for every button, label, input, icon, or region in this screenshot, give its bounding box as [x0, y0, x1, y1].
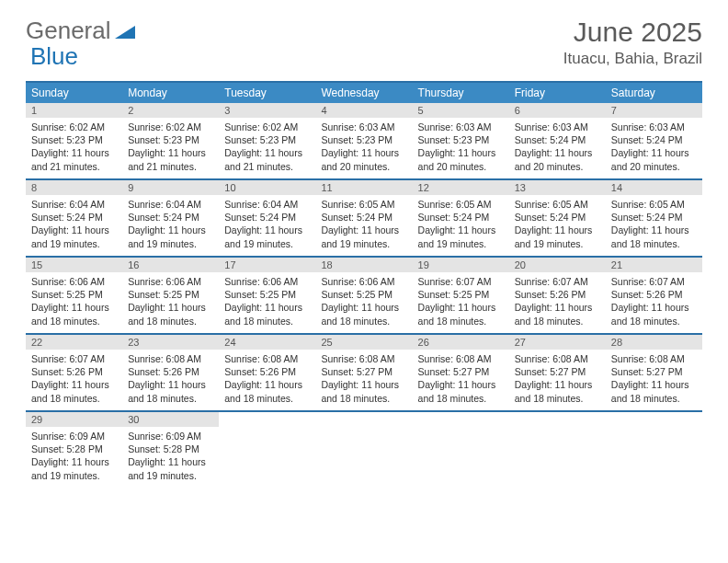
day-number: 1	[26, 103, 122, 118]
sunset-text: Sunset: 5:26 PM	[128, 365, 213, 378]
sunset-text: Sunset: 5:26 PM	[515, 288, 600, 301]
sunset-text: Sunset: 5:23 PM	[31, 133, 117, 146]
daylight-text: Daylight: 11 hours and 21 minutes.	[31, 146, 117, 172]
sunset-text: Sunset: 5:25 PM	[128, 288, 213, 301]
day-cell: 24Sunrise: 6:08 AMSunset: 5:26 PMDayligh…	[219, 335, 315, 410]
day-number: 20	[509, 258, 606, 272]
day-cell: 12Sunrise: 6:05 AMSunset: 5:24 PMDayligh…	[413, 180, 509, 256]
daylight-text: Daylight: 11 hours and 21 minutes.	[224, 146, 310, 172]
sunrise-text: Sunrise: 6:08 AM	[128, 352, 213, 365]
day-cell: .	[509, 412, 606, 488]
day-details: Sunrise: 6:03 AMSunset: 5:23 PMDaylight:…	[413, 118, 509, 178]
daylight-text: Daylight: 11 hours and 18 minutes.	[515, 301, 600, 327]
sunrise-text: Sunrise: 6:07 AM	[515, 275, 600, 288]
day-cell: 17Sunrise: 6:06 AMSunset: 5:25 PMDayligh…	[219, 258, 315, 333]
day-details: Sunrise: 6:05 AMSunset: 5:24 PMDaylight:…	[413, 195, 509, 256]
day-details: Sunrise: 6:09 AMSunset: 5:28 PMDaylight:…	[26, 427, 122, 488]
day-number: 9	[122, 180, 219, 195]
day-number: 4	[315, 103, 412, 118]
triangle-icon	[115, 17, 135, 45]
sunrise-text: Sunrise: 6:08 AM	[611, 352, 697, 365]
daylight-text: Daylight: 11 hours and 19 minutes.	[418, 224, 504, 249]
day-number: 2	[122, 103, 219, 118]
sunset-text: Sunset: 5:27 PM	[611, 365, 697, 378]
sunset-text: Sunset: 5:24 PM	[224, 211, 310, 224]
day-details: Sunrise: 6:06 AMSunset: 5:25 PMDaylight:…	[26, 272, 122, 333]
day-details: Sunrise: 6:08 AMSunset: 5:26 PMDaylight:…	[219, 350, 315, 410]
day-cell: 16Sunrise: 6:06 AMSunset: 5:25 PMDayligh…	[122, 258, 219, 333]
sunrise-text: Sunrise: 6:06 AM	[31, 275, 117, 288]
day-number: 3	[219, 103, 315, 118]
day-cell: 26Sunrise: 6:08 AMSunset: 5:27 PMDayligh…	[413, 335, 509, 410]
day-cell: 19Sunrise: 6:07 AMSunset: 5:25 PMDayligh…	[413, 258, 509, 333]
sunrise-text: Sunrise: 6:05 AM	[515, 198, 600, 211]
location: Ituacu, Bahia, Brazil	[563, 50, 702, 68]
sunset-text: Sunset: 5:23 PM	[321, 133, 406, 146]
day-cell: 27Sunrise: 6:08 AMSunset: 5:27 PMDayligh…	[509, 335, 606, 410]
daylight-text: Daylight: 11 hours and 18 minutes.	[418, 378, 504, 404]
day-details: Sunrise: 6:06 AMSunset: 5:25 PMDaylight:…	[122, 272, 219, 333]
daylight-text: Daylight: 11 hours and 18 minutes.	[128, 301, 213, 327]
day-cell: 1Sunrise: 6:02 AMSunset: 5:23 PMDaylight…	[26, 103, 122, 178]
day-number: 28	[606, 335, 702, 350]
day-details: Sunrise: 6:06 AMSunset: 5:25 PMDaylight:…	[219, 272, 315, 333]
day-cell: .	[315, 412, 412, 488]
daylight-text: Daylight: 11 hours and 19 minutes.	[128, 455, 213, 481]
daylight-text: Daylight: 11 hours and 20 minutes.	[515, 146, 600, 172]
weekday-header: Wednesday	[315, 83, 412, 103]
sunrise-text: Sunrise: 6:06 AM	[128, 275, 213, 288]
weekday-header-row: Sunday Monday Tuesday Wednesday Thursday…	[26, 83, 702, 103]
sunrise-text: Sunrise: 6:05 AM	[418, 198, 504, 211]
sunrise-text: Sunrise: 6:08 AM	[515, 352, 600, 365]
day-number: 14	[606, 180, 702, 195]
sunrise-text: Sunrise: 6:05 AM	[611, 198, 697, 211]
day-cell: 2Sunrise: 6:02 AMSunset: 5:23 PMDaylight…	[122, 103, 219, 178]
sunset-text: Sunset: 5:27 PM	[418, 365, 504, 378]
calendar: Sunday Monday Tuesday Wednesday Thursday…	[26, 81, 702, 488]
sunset-text: Sunset: 5:25 PM	[321, 288, 406, 301]
sunset-text: Sunset: 5:24 PM	[515, 133, 600, 146]
day-cell: 4Sunrise: 6:03 AMSunset: 5:23 PMDaylight…	[315, 103, 412, 178]
day-cell: 20Sunrise: 6:07 AMSunset: 5:26 PMDayligh…	[509, 258, 606, 333]
daylight-text: Daylight: 11 hours and 18 minutes.	[611, 301, 697, 327]
day-details: Sunrise: 6:04 AMSunset: 5:24 PMDaylight:…	[122, 195, 219, 256]
day-cell: 29Sunrise: 6:09 AMSunset: 5:28 PMDayligh…	[26, 412, 122, 488]
weekday-header: Sunday	[26, 83, 122, 103]
sunset-text: Sunset: 5:24 PM	[321, 211, 406, 224]
daylight-text: Daylight: 11 hours and 21 minutes.	[128, 146, 213, 172]
sunrise-text: Sunrise: 6:03 AM	[418, 121, 504, 133]
sunrise-text: Sunrise: 6:05 AM	[321, 198, 406, 211]
day-details: Sunrise: 6:02 AMSunset: 5:23 PMDaylight:…	[219, 118, 315, 178]
daylight-text: Daylight: 11 hours and 18 minutes.	[224, 378, 310, 404]
day-number: 30	[122, 412, 219, 427]
sunset-text: Sunset: 5:26 PM	[31, 365, 117, 378]
day-details: Sunrise: 6:08 AMSunset: 5:27 PMDaylight:…	[509, 350, 606, 410]
daylight-text: Daylight: 11 hours and 19 minutes.	[31, 455, 117, 481]
sunrise-text: Sunrise: 6:09 AM	[128, 430, 213, 442]
logo-text-general: General	[26, 17, 111, 45]
sunset-text: Sunset: 5:23 PM	[418, 133, 504, 146]
sunset-text: Sunset: 5:24 PM	[128, 211, 213, 224]
day-cell: 14Sunrise: 6:05 AMSunset: 5:24 PMDayligh…	[606, 180, 702, 256]
sunset-text: Sunset: 5:25 PM	[31, 288, 117, 301]
sunset-text: Sunset: 5:27 PM	[515, 365, 600, 378]
daylight-text: Daylight: 11 hours and 19 minutes.	[31, 224, 117, 249]
title-block: June 2025 Ituacu, Bahia, Brazil	[563, 17, 702, 68]
sunrise-text: Sunrise: 6:08 AM	[321, 352, 406, 365]
weeks-container: 1Sunrise: 6:02 AMSunset: 5:23 PMDaylight…	[26, 103, 702, 488]
daylight-text: Daylight: 11 hours and 19 minutes.	[224, 224, 310, 249]
logo: General	[26, 17, 135, 45]
sunrise-text: Sunrise: 6:04 AM	[128, 198, 213, 211]
day-number: 23	[122, 335, 219, 350]
day-number: 24	[219, 335, 315, 350]
week-row: 8Sunrise: 6:04 AMSunset: 5:24 PMDaylight…	[26, 180, 702, 258]
daylight-text: Daylight: 11 hours and 18 minutes.	[321, 301, 406, 327]
day-number: 29	[26, 412, 122, 427]
sunset-text: Sunset: 5:25 PM	[224, 288, 310, 301]
day-details: Sunrise: 6:07 AMSunset: 5:26 PMDaylight:…	[26, 350, 122, 410]
sunrise-text: Sunrise: 6:02 AM	[31, 121, 117, 133]
day-cell: 11Sunrise: 6:05 AMSunset: 5:24 PMDayligh…	[315, 180, 412, 256]
day-cell: 30Sunrise: 6:09 AMSunset: 5:28 PMDayligh…	[122, 412, 219, 488]
sunrise-text: Sunrise: 6:04 AM	[31, 198, 117, 211]
daylight-text: Daylight: 11 hours and 20 minutes.	[611, 146, 697, 172]
